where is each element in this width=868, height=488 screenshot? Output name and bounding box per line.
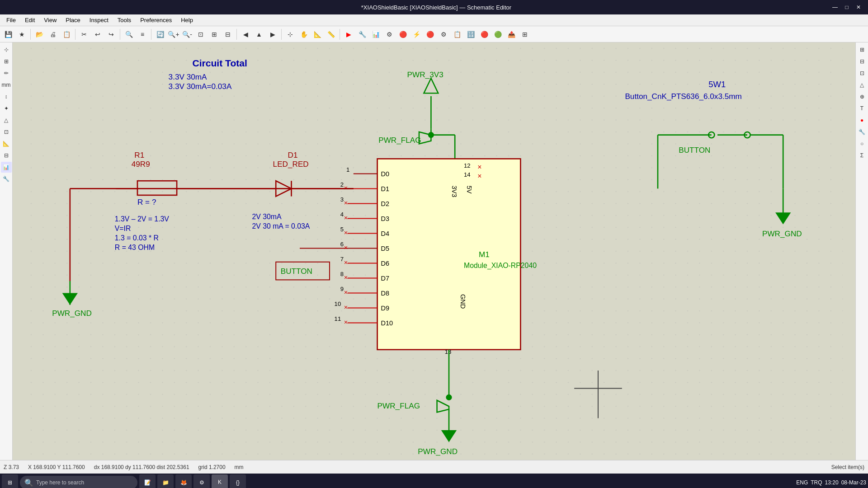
lt-tool8[interactable]: ⊡	[1, 127, 12, 137]
svg-text:R1: R1	[134, 150, 144, 160]
lt-select[interactable]: ⊹	[1, 44, 12, 55]
lt-tool11[interactable]: 📊	[1, 162, 12, 173]
tools5-button[interactable]: ⚡	[410, 28, 423, 41]
lt-tool4[interactable]: mm	[1, 80, 12, 90]
run-button[interactable]: ▶	[342, 28, 355, 41]
tools6-button[interactable]: 🔴	[424, 28, 436, 41]
svg-text:R = ?: R = ?	[137, 197, 156, 206]
tools3-button[interactable]: ⚙	[383, 28, 396, 41]
canvas-area[interactable]: Circuit Total 3.3V 30mA 3.3V 30mA=0.03A …	[13, 42, 855, 460]
svg-text:×: ×	[344, 199, 348, 206]
toolbar-sep7	[340, 29, 340, 40]
zoom-fit-button[interactable]: ⊡	[194, 28, 207, 41]
cut-button[interactable]: ✂	[78, 28, 90, 41]
select-button[interactable]: ⊹	[284, 28, 297, 41]
rt-tool10[interactable]: Σ	[857, 150, 868, 161]
nav-back-button[interactable]: ◀	[239, 28, 252, 41]
search-input[interactable]	[36, 479, 133, 486]
nav-up-button[interactable]: ▲	[253, 28, 265, 41]
menu-item-edit[interactable]: Edit	[20, 16, 39, 24]
taskbar-app5[interactable]: ⚙	[193, 474, 210, 488]
start-button[interactable]: ⊞	[2, 474, 18, 488]
lt-tool12[interactable]: 🔧	[1, 174, 12, 184]
svg-text:×: ×	[344, 304, 348, 311]
undo-button[interactable]: ↩	[91, 28, 104, 41]
search-bar[interactable]: 🔍	[20, 476, 137, 488]
taskbar-explorer[interactable]: 📁	[157, 474, 174, 488]
taskbar: ⊞ 🔍 📝 📁 🦊 ⚙ K {} ENG TRQ 13:20 08-Mar-23	[0, 474, 868, 488]
tools11-button[interactable]: 🟢	[491, 28, 504, 41]
print-button[interactable]: 🖨	[47, 28, 59, 41]
zoom-fit2-button[interactable]: ⊞	[208, 28, 221, 41]
menu-item-view[interactable]: View	[39, 16, 61, 24]
svg-text:×: ×	[344, 229, 348, 236]
refresh-button[interactable]: 🔄	[154, 28, 166, 41]
zoom-in-button[interactable]: 🔍+	[167, 28, 180, 41]
svg-text:GND: GND	[459, 294, 467, 309]
svg-text:1: 1	[346, 166, 349, 173]
rt-tool4[interactable]: △	[857, 80, 868, 90]
status-coords: X 168.9100 Y 111.7600	[28, 464, 85, 470]
rt-tool8[interactable]: 🔧	[857, 127, 868, 137]
menu-item-tools[interactable]: Tools	[113, 16, 136, 24]
plot-button[interactable]: 📋	[60, 28, 73, 41]
save-button[interactable]: 💾	[2, 28, 14, 41]
svg-text:2V 30 mA = 0.03A: 2V 30 mA = 0.03A	[252, 222, 310, 230]
rt-tool9[interactable]: ○	[857, 138, 868, 149]
taskbar-firefox[interactable]: 🦊	[175, 474, 192, 488]
svg-text:D2: D2	[381, 200, 390, 207]
menu-item-inspect[interactable]: Inspect	[85, 16, 113, 24]
lt-tool9[interactable]: 📐	[1, 138, 12, 149]
lt-tool7[interactable]: △	[1, 115, 12, 126]
taskbar-notepad[interactable]: 📝	[139, 474, 156, 488]
drag-button[interactable]: ✋	[297, 28, 310, 41]
rt-tool6[interactable]: T	[857, 103, 868, 114]
menu-item-preferences[interactable]: Preferences	[136, 16, 176, 24]
tools1-button[interactable]: 🔧	[356, 28, 368, 41]
minimize-button[interactable]: —	[831, 3, 839, 11]
search-icon: 🔍	[24, 479, 33, 487]
zoom-sel-button[interactable]: ⊟	[222, 28, 234, 41]
svg-text:Module_XIAO-RP2040: Module_XIAO-RP2040	[464, 262, 537, 270]
tools12-button[interactable]: 📤	[505, 28, 518, 41]
rt-tool5[interactable]: ⊕	[857, 91, 868, 102]
tools13-button[interactable]: ⊞	[519, 28, 531, 41]
rt-tool1[interactable]: ⊞	[857, 44, 868, 55]
maximize-button[interactable]: □	[843, 3, 851, 11]
rt-tool3[interactable]: ⊡	[857, 68, 868, 79]
rt-tool2[interactable]: ⊟	[857, 56, 868, 67]
new-button[interactable]: ★	[15, 28, 28, 41]
rt-tool7[interactable]: ●	[857, 115, 868, 126]
tools2-button[interactable]: 📊	[369, 28, 382, 41]
lt-tool6[interactable]: ✦	[1, 103, 12, 114]
netlist-button[interactable]: ≡	[136, 28, 149, 41]
route-button[interactable]: 📐	[311, 28, 324, 41]
svg-text:D1: D1	[288, 150, 298, 160]
lt-tool10[interactable]: ⊟	[1, 150, 12, 161]
zoom-out-button[interactable]: 🔍-	[181, 28, 193, 41]
menu-item-place[interactable]: Place	[61, 16, 85, 24]
menu-item-help[interactable]: Help	[176, 16, 198, 24]
tools7-button[interactable]: ⚙	[437, 28, 450, 41]
taskbar-vscode[interactable]: {}	[230, 474, 246, 488]
svg-text:×: ×	[344, 274, 348, 281]
tools10-button[interactable]: 🔴	[478, 28, 491, 41]
circuit-title: Circuit Total	[192, 58, 247, 68]
lt-tool3[interactable]: ✏	[1, 68, 12, 79]
tools9-button[interactable]: 🔢	[464, 28, 477, 41]
tools4-button[interactable]: 🔴	[396, 28, 409, 41]
lt-tool2[interactable]: ⊞	[1, 56, 12, 67]
tools8-button[interactable]: 📋	[451, 28, 463, 41]
close-button[interactable]: ✕	[854, 3, 863, 11]
open-button[interactable]: 📂	[33, 28, 46, 41]
svg-text:PWR_FLAG: PWR_FLAG	[377, 401, 420, 410]
find-button[interactable]: 🔍	[123, 28, 135, 41]
main-layout: ⊹ ⊞ ✏ mm ↕ ✦ △ ⊡ 📐 ⊟ 📊 🔧 Circuit Total 3…	[0, 42, 868, 460]
lt-tool5[interactable]: ↕	[1, 91, 12, 102]
redo-button[interactable]: ↪	[105, 28, 118, 41]
menu-item-file[interactable]: File	[2, 16, 20, 24]
nav-fwd-button[interactable]: ▶	[266, 28, 279, 41]
taskbar-kicad[interactable]: K	[212, 474, 228, 488]
measure-button[interactable]: 📏	[325, 28, 337, 41]
svg-text:×: ×	[344, 319, 348, 326]
